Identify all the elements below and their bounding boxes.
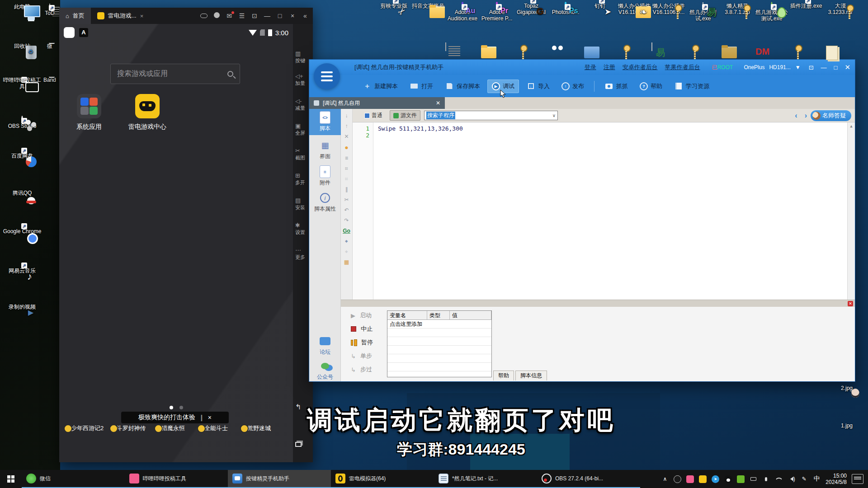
goto-icon[interactable]: Go — [343, 228, 350, 234]
cut-icon[interactable]: ✂ — [344, 197, 349, 203]
game-shortcut[interactable]: 少年西游记2 — [68, 424, 107, 432]
register-link[interactable]: 注册 — [604, 63, 615, 71]
desktop-icon-dingtalk[interactable]: 钉钉 — [583, 3, 617, 22]
source-mode-button[interactable]: 源文件 — [390, 110, 420, 121]
game-shortcut[interactable]: 斗罗封神传 — [112, 424, 151, 432]
pen-icon[interactable]: ✎ — [800, 475, 808, 483]
debug-abort-button[interactable]: 中止 — [351, 325, 373, 333]
volume-icon[interactable]: ) — [788, 475, 795, 483]
taskbar-item-ldplayer[interactable]: 雷电模拟器(64) — [331, 470, 434, 488]
bilibili-tray-icon[interactable] — [686, 475, 694, 483]
app-ld-game-center[interactable]: 雷电游戏中心 — [120, 94, 175, 131]
nav-forward-icon[interactable]: › — [805, 112, 807, 120]
battery-icon[interactable] — [750, 475, 757, 483]
tab-help[interactable]: 帮助 — [493, 371, 514, 380]
android-author-link[interactable]: 安卓作者后台 — [623, 63, 658, 71]
desktop-icon-2jpg[interactable]: 2.jpg — [831, 385, 863, 391]
desktop-icon-text-doc[interactable] — [445, 43, 480, 51]
desktop-icon-yi-doc[interactable] — [651, 43, 686, 51]
desktop-icon-premiere[interactable]: Adobe Premiere P... — [480, 3, 514, 22]
desktop-icon-rar[interactable] — [686, 43, 720, 51]
embed-window-icon[interactable]: ⊡ — [809, 64, 814, 71]
tooltip-close-icon[interactable]: × — [208, 414, 212, 421]
recent-apps-icon[interactable] — [293, 442, 313, 448]
login-link[interactable]: 登录 — [585, 63, 596, 71]
marker-icon[interactable]: ≡ — [345, 155, 348, 161]
teacher-qa-button[interactable]: 名师答疑 — [811, 110, 851, 121]
gamepad-icon[interactable] — [198, 12, 210, 19]
page-dot-active[interactable] — [170, 406, 173, 409]
game-shortcut[interactable]: 全能斗士 — [197, 424, 236, 432]
close-tab-icon[interactable]: ✕ — [436, 100, 440, 106]
device-selector[interactable]: OnePlus HD191... ▼ — [744, 64, 800, 70]
desktop-icon-lazy-plugin-rar[interactable]: 懒人办公插件 V16.1106.0... — [651, 3, 686, 22]
save-script-button[interactable]: 保存脚本 — [440, 79, 485, 94]
desktop-icon-ranji-game-test[interactable]: 然几游戏办公 测试.exe — [755, 3, 789, 22]
desktop-icon-rar[interactable] — [514, 43, 548, 51]
taskbar-item-obs[interactable]: OBS 27.2.4 (64-bi... — [537, 470, 640, 488]
desktop-icon-netease-music[interactable]: 网易云音乐 — [3, 267, 42, 274]
desktop-icon-bilibili-upload[interactable]: 哔哩哔哩投稿工具 — [3, 77, 42, 89]
sidebar-item-script[interactable]: <>脚本 — [309, 109, 341, 135]
parallel-icon[interactable]: ∥ — [345, 186, 348, 192]
maximize-icon[interactable]: □ — [274, 12, 286, 19]
microphone-icon[interactable] — [762, 475, 770, 483]
hand-tool-icon[interactable]: ● — [344, 144, 348, 151]
game-shortcut[interactable]: 猎魔永恒 — [154, 424, 193, 432]
desktop-icon-lazy-sprite-zip[interactable]: 懒人精灵 3.8.7.1.zip — [720, 3, 755, 22]
desktop-icon-dm[interactable] — [755, 43, 789, 51]
desktop-icon-douyin-folder[interactable]: 抖音文案账号 — [411, 3, 445, 22]
form-icon[interactable]: ▦ — [344, 259, 349, 265]
desktop-icon-topaz[interactable]: Topaz Gigapixel AI — [514, 3, 548, 22]
script-tab[interactable]: [调试] 然几自用 ✕ — [309, 97, 445, 109]
debug-start-button[interactable]: ▶启动 — [351, 311, 372, 319]
copy-icon[interactable]: ⌗ — [345, 165, 348, 172]
paste-icon[interactable]: ⌗ — [345, 176, 348, 182]
help-button[interactable]: ?帮助 — [635, 80, 667, 93]
page-dot[interactable] — [179, 406, 183, 409]
desktop-icon-photoshop[interactable]: Photosho... — [548, 3, 583, 22]
find-next-icon[interactable]: ⌖ — [345, 249, 348, 255]
import-button[interactable]: ↓导入 — [522, 79, 554, 94]
scroll-up-icon[interactable]: ↑ — [345, 123, 348, 129]
maximize-icon[interactable]: □ — [834, 64, 838, 71]
debug-pause-button[interactable]: 暂停 — [351, 338, 373, 347]
sidebar-item-wechat-official[interactable]: 公众号 — [309, 357, 341, 381]
emulator-tab-game-center[interactable]: 雷电游戏... × — [91, 8, 150, 24]
close-tab-icon[interactable]: × — [140, 13, 144, 19]
nvidia-tray-icon[interactable] — [737, 475, 745, 483]
nav-back-icon[interactable]: ‹ — [795, 112, 797, 120]
minimize-icon[interactable]: — — [261, 12, 273, 19]
normal-mode-button[interactable]: 普通 — [361, 110, 386, 121]
avatar-icon[interactable] — [211, 12, 222, 19]
desktop-icon-obs[interactable]: OBS Studio — [3, 117, 42, 129]
sidebar-item-attachment[interactable]: ≡附件 — [309, 163, 341, 188]
mail-icon[interactable]: ✉ — [223, 12, 235, 19]
main-menu-button[interactable] — [314, 63, 340, 89]
variables-table[interactable]: 变量名 类型 值 点击这里添加 — [387, 310, 492, 377]
redo-icon[interactable]: ↷ — [344, 217, 349, 224]
undo-icon[interactable]: ↶ — [344, 207, 349, 213]
taskbar-item-bilibili-upload[interactable]: 哔哩哔哩投稿工具 — [125, 470, 228, 488]
qq-tray-icon[interactable] — [724, 475, 732, 483]
tray-expand-icon[interactable]: ∧ — [661, 475, 669, 483]
find-icon[interactable]: ⌖ — [345, 238, 348, 244]
app-system-folder[interactable]: 系统应用 — [67, 94, 111, 131]
desktop-icon-jianying[interactable]: 剪映专业版 — [377, 3, 411, 22]
desktop-icon-wechat[interactable]: 微 — [40, 43, 60, 49]
open-button[interactable]: 打开 — [405, 79, 438, 94]
close-icon[interactable]: ✕ — [844, 63, 850, 71]
learning-resources-button[interactable]: 学习资源 — [670, 79, 714, 94]
desktop-icon-folder[interactable] — [480, 43, 514, 51]
desktop-icon-folder-dark[interactable] — [720, 43, 755, 51]
ldplayer-tray-icon[interactable] — [699, 475, 707, 483]
panel-splitter[interactable]: ✕ — [341, 300, 855, 307]
menu-icon[interactable]: ☰ — [236, 12, 248, 19]
collapse-sidebar-icon[interactable]: « — [299, 12, 311, 19]
clock[interactable]: 15:002024/5/8 — [826, 473, 847, 485]
desktop-icon-recycle-bin[interactable]: 回收站 — [3, 43, 42, 49]
sidebar-item-properties[interactable]: i脚本属性 — [309, 189, 341, 214]
delete-icon[interactable]: ✕ — [344, 133, 349, 140]
wifi-tray-icon[interactable] — [775, 475, 783, 483]
desktop-icon-rar[interactable] — [789, 43, 823, 51]
